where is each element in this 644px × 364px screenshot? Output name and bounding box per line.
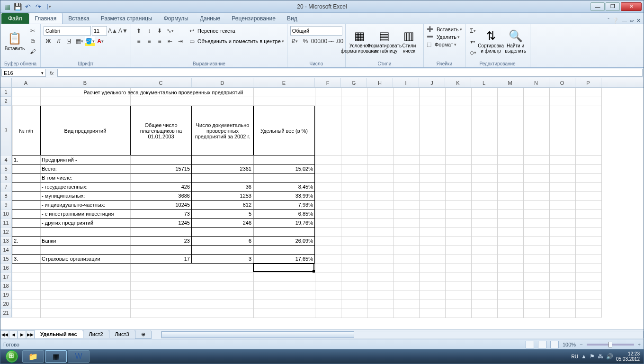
tab-view[interactable]: Вид bbox=[281, 13, 303, 24]
format-cells-button[interactable]: ⬚ Формат bbox=[427, 41, 462, 47]
align-top-icon[interactable]: ⬆ bbox=[134, 26, 143, 36]
horizontal-scrollbar[interactable] bbox=[161, 331, 644, 338]
cell[interactable]: Общее число плательщиков на 01.01.2003 bbox=[130, 106, 192, 155]
formula-input[interactable] bbox=[57, 69, 643, 77]
column-header[interactable]: P bbox=[575, 78, 601, 87]
ribbon-winmax-icon[interactable]: ▱ bbox=[630, 18, 634, 24]
sheet-nav-next[interactable]: ▶ bbox=[18, 330, 26, 339]
new-sheet-button[interactable]: ⊕ bbox=[135, 330, 152, 339]
cell[interactable] bbox=[130, 228, 192, 237]
cell[interactable] bbox=[12, 164, 40, 173]
sheet-tab[interactable]: Лист2 bbox=[83, 330, 109, 338]
cell[interactable]: Предприятий - bbox=[40, 155, 130, 164]
tray-volume-icon[interactable]: 🔊 bbox=[606, 353, 613, 360]
row-header[interactable]: 10 bbox=[0, 209, 12, 218]
taskbar-word[interactable]: W bbox=[68, 350, 89, 363]
row-header[interactable]: 5 bbox=[0, 164, 12, 173]
cell[interactable]: В том числе: bbox=[40, 173, 130, 182]
file-tab[interactable]: Файл bbox=[1, 13, 29, 24]
cell[interactable]: - с иностранными инвестиция bbox=[40, 209, 130, 218]
qat-dropdown[interactable]: │ bbox=[44, 2, 54, 11]
cell[interactable]: 33,99% bbox=[253, 191, 315, 200]
column-header[interactable]: K bbox=[445, 78, 471, 87]
align-center-icon[interactable]: ≡ bbox=[144, 36, 154, 46]
taskbar-explorer[interactable]: 📁 bbox=[22, 350, 44, 363]
cell[interactable]: Вид предприятий bbox=[40, 106, 130, 155]
grow-font-icon[interactable]: A▲ bbox=[108, 26, 117, 36]
cell[interactable] bbox=[253, 173, 315, 182]
merge-center-button[interactable]: ▭Объединить и поместить в центре bbox=[187, 36, 284, 46]
cell[interactable]: 246 bbox=[192, 218, 253, 228]
column-header[interactable]: C bbox=[130, 78, 192, 87]
shrink-font-icon[interactable]: A▼ bbox=[118, 26, 128, 36]
clear-icon[interactable]: ◇ bbox=[468, 48, 478, 57]
paste-button[interactable]: 📋Вставить bbox=[3, 26, 26, 57]
find-select-button[interactable]: 🔍Найти и выделить bbox=[504, 26, 527, 57]
cell[interactable]: Всего: bbox=[40, 164, 130, 173]
align-right-icon[interactable]: ≡ bbox=[155, 36, 164, 46]
cell[interactable]: 10245 bbox=[130, 200, 192, 209]
column-header[interactable]: H bbox=[367, 78, 393, 87]
zoom-slider[interactable] bbox=[587, 344, 634, 346]
ribbon-winmin-icon[interactable]: — bbox=[622, 18, 627, 24]
cell[interactable]: 17,65% bbox=[253, 255, 315, 264]
cell[interactable]: Удельный вес (в %) bbox=[253, 106, 315, 155]
cell[interactable]: 1245 bbox=[130, 218, 192, 228]
column-header[interactable]: N bbox=[523, 78, 549, 87]
cell[interactable] bbox=[40, 246, 130, 255]
font-color-icon[interactable]: A bbox=[96, 36, 105, 46]
row-header[interactable]: 18 bbox=[0, 282, 12, 291]
row-header[interactable]: 1 bbox=[0, 88, 12, 97]
row-header[interactable]: 7 bbox=[0, 182, 12, 191]
cell[interactable]: 1. bbox=[12, 155, 40, 164]
close-button[interactable]: ✕ bbox=[621, 2, 642, 11]
cell[interactable] bbox=[253, 155, 315, 164]
zoom-out-button[interactable]: − bbox=[580, 342, 582, 347]
number-format-select[interactable] bbox=[290, 26, 342, 36]
cell[interactable]: 6,85% bbox=[253, 209, 315, 218]
cell[interactable]: Банки bbox=[40, 237, 130, 246]
row-header[interactable]: 20 bbox=[0, 300, 12, 309]
row-header[interactable]: 4 bbox=[0, 155, 12, 164]
tab-home[interactable]: Главная bbox=[29, 13, 63, 24]
cell[interactable]: 3. bbox=[12, 255, 40, 264]
cell[interactable]: 19,76% bbox=[253, 218, 315, 228]
cell[interactable] bbox=[12, 173, 40, 182]
autosum-icon[interactable]: Σ bbox=[468, 26, 478, 36]
cell[interactable]: 3686 bbox=[130, 191, 192, 200]
tray-show-hidden-icon[interactable]: ▲ bbox=[581, 353, 587, 360]
help-icon[interactable]: ❔ bbox=[612, 18, 619, 24]
indent-dec-icon[interactable]: ⇤ bbox=[165, 36, 175, 46]
cell[interactable]: 5 bbox=[192, 209, 253, 218]
tab-formulas[interactable]: Формулы bbox=[158, 13, 194, 24]
align-bottom-icon[interactable]: ⬇ bbox=[155, 26, 164, 36]
fill-color-icon[interactable]: 🪣 bbox=[85, 36, 95, 46]
cell[interactable]: № п/п bbox=[12, 106, 40, 155]
maximize-button[interactable]: ❐ bbox=[606, 2, 620, 11]
column-header[interactable]: B bbox=[40, 78, 130, 87]
cell[interactable]: 17 bbox=[130, 255, 192, 264]
column-header[interactable]: I bbox=[393, 78, 419, 87]
tab-insert[interactable]: Вставка bbox=[63, 13, 95, 24]
column-header[interactable]: L bbox=[471, 78, 497, 87]
cell[interactable] bbox=[192, 246, 253, 255]
row-header[interactable]: 8 bbox=[0, 191, 12, 200]
cell-styles-button[interactable]: ▥Стили ячеек bbox=[398, 26, 420, 57]
column-header[interactable]: D bbox=[192, 78, 253, 87]
cell[interactable] bbox=[130, 155, 192, 164]
column-header[interactable]: G bbox=[341, 78, 367, 87]
redo-icon[interactable]: ↷ bbox=[34, 2, 43, 11]
cell[interactable]: 73 bbox=[130, 209, 192, 218]
cell[interactable]: 2361 bbox=[192, 164, 253, 173]
cell[interactable]: Расчет удельного веса документально пров… bbox=[12, 88, 315, 97]
row-header[interactable]: 14 bbox=[0, 246, 12, 255]
row-header[interactable]: 19 bbox=[0, 291, 12, 300]
row-header[interactable]: 6 bbox=[0, 173, 12, 182]
copy-icon[interactable]: ⧉ bbox=[28, 36, 37, 46]
minimize-button[interactable]: — bbox=[590, 2, 605, 11]
percent-icon[interactable]: % bbox=[301, 36, 310, 46]
font-size-input[interactable] bbox=[92, 26, 107, 36]
indent-inc-icon[interactable]: ⇥ bbox=[176, 36, 185, 46]
column-header[interactable]: A bbox=[12, 78, 40, 87]
cell[interactable] bbox=[192, 173, 253, 182]
